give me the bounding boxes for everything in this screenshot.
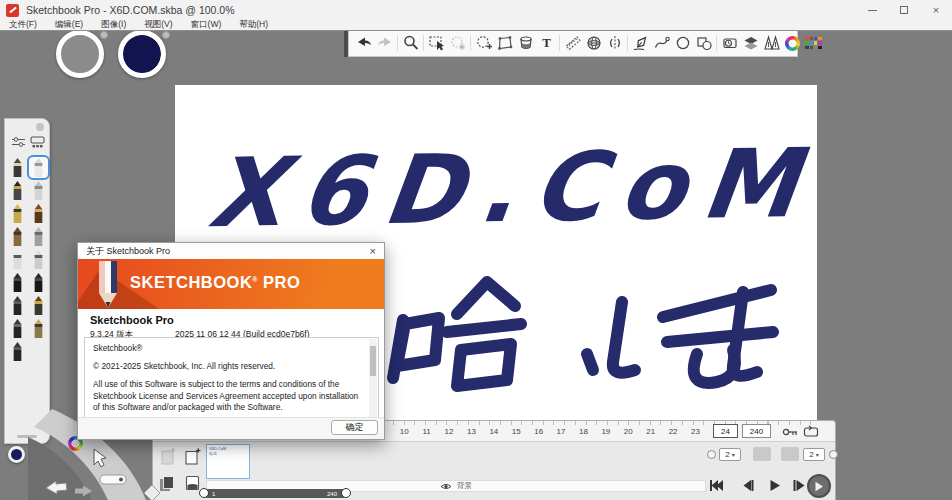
dialog-close-button[interactable]: × [370, 246, 376, 257]
frame-thumbnail[interactable]: X6D.CoM 哈达 [206, 444, 250, 479]
ok-button[interactable]: 确定 [331, 420, 378, 435]
frame-number-15[interactable]: 15 [505, 427, 527, 436]
layers-button[interactable] [740, 31, 761, 55]
color-wheel-button[interactable] [782, 31, 803, 55]
license-scrollbar[interactable] [369, 339, 377, 418]
select-tool-button[interactable] [426, 31, 447, 55]
brush-12[interactable] [8, 295, 27, 316]
transform-button[interactable] [494, 31, 515, 55]
brand-wordmark: SKETCHBOOK® PRO [130, 273, 300, 292]
brush-3[interactable] [29, 180, 48, 201]
brush-puck[interactable] [56, 30, 104, 78]
fill-button[interactable] [515, 31, 536, 55]
brush-0[interactable] [8, 157, 27, 178]
add-selection-button[interactable] [473, 31, 494, 55]
text-tool-button[interactable]: T [536, 31, 557, 55]
license-scroll-thumb[interactable] [370, 346, 376, 376]
frame-number-19[interactable]: 19 [595, 427, 617, 436]
brush-10[interactable] [8, 272, 27, 293]
add-frame-after-icon[interactable] [185, 448, 201, 465]
frame-number-17[interactable]: 17 [550, 427, 572, 436]
range-scrubber[interactable]: 1 240 [199, 489, 351, 499]
frame-number-16[interactable]: 16 [527, 427, 549, 436]
lagoon-slider[interactable] [100, 475, 126, 484]
brush-14[interactable] [8, 318, 27, 339]
symmetry-button[interactable] [604, 31, 625, 55]
brush-5[interactable] [29, 203, 48, 224]
menu-item-0[interactable]: 文件(F) [0, 19, 46, 31]
brush-4[interactable] [8, 203, 27, 224]
ellipse-button[interactable] [672, 31, 693, 55]
frame-number-12[interactable]: 12 [438, 427, 460, 436]
brush-1[interactable] [29, 157, 48, 178]
brush-8[interactable] [8, 249, 27, 270]
maximize-icon [900, 6, 908, 14]
brush-settings-icon[interactable] [11, 136, 26, 148]
step-forward-button[interactable] [793, 479, 806, 492]
frame-number-23[interactable]: 23 [684, 427, 706, 436]
deselect-button[interactable] [447, 31, 468, 55]
color-palette-button[interactable] [803, 31, 824, 55]
canvas-drawing-line1: X6D.CoM [204, 128, 822, 249]
undo-button[interactable] [353, 31, 374, 55]
visibility-eye-icon[interactable] [440, 482, 452, 491]
color-puck[interactable] [118, 30, 166, 78]
frame-number-14[interactable]: 14 [483, 427, 505, 436]
maximize-button[interactable] [888, 0, 920, 20]
timelapse-button[interactable] [719, 31, 740, 55]
minimize-button[interactable] [856, 0, 888, 20]
brush-11[interactable] [29, 272, 48, 293]
skip-to-start-button[interactable] [709, 479, 724, 492]
ruler-button[interactable] [562, 31, 583, 55]
brush-15[interactable] [29, 318, 48, 339]
redo-button[interactable] [374, 31, 395, 55]
range-end-handle[interactable] [341, 488, 351, 498]
color-puck-pin-icon[interactable] [162, 31, 170, 39]
menu-item-4[interactable]: 窗口(W) [182, 19, 231, 31]
total-frames-input[interactable] [742, 424, 771, 438]
steady-stroke-button[interactable] [761, 31, 782, 55]
brush-9[interactable] [29, 249, 48, 270]
brush-7[interactable] [29, 226, 48, 247]
shapes-button[interactable] [693, 31, 714, 55]
frame-number-18[interactable]: 18 [572, 427, 594, 436]
left-loop-count-select[interactable]: 2 ▾ [719, 448, 741, 461]
predictive-stroke-button[interactable] [651, 31, 672, 55]
right-loop-radio[interactable] [829, 450, 838, 459]
palette-close-icon[interactable] [36, 123, 44, 131]
menu-item-1[interactable]: 编辑(E) [46, 19, 92, 31]
menu-item-5[interactable]: 帮助(H) [230, 19, 277, 31]
current-frame-input[interactable] [713, 424, 738, 438]
current-color-swatch[interactable] [8, 446, 25, 463]
play-button[interactable] [769, 479, 781, 492]
range-start-handle[interactable] [199, 488, 209, 498]
frame-number-22[interactable]: 22 [662, 427, 684, 436]
brush-library-icon[interactable] [30, 136, 45, 148]
brush-13[interactable] [29, 295, 48, 316]
frame-number-20[interactable]: 20 [617, 427, 639, 436]
close-button[interactable]: × [920, 0, 952, 20]
perspective-button[interactable] [583, 31, 604, 55]
brush-puck-pin-icon[interactable] [100, 31, 108, 39]
frame-number-11[interactable]: 11 [415, 427, 437, 436]
right-loop-count-select[interactable]: 2 ▾ [803, 448, 825, 461]
step-back-button[interactable] [741, 479, 754, 492]
zoom-tool-button[interactable] [400, 31, 421, 55]
license-text-box[interactable]: Sketchbook® © 2021-2025 Sketchbook, Inc.… [84, 337, 379, 419]
frame-number-13[interactable]: 13 [460, 427, 482, 436]
scrubber-bar[interactable] [203, 489, 347, 498]
loop-icon[interactable] [803, 425, 820, 438]
brush-6[interactable] [8, 226, 27, 247]
keyframe-icon[interactable] [782, 427, 799, 438]
ink-pen-button[interactable] [630, 31, 651, 55]
frame-number-21[interactable]: 21 [639, 427, 661, 436]
left-loop-radio[interactable] [707, 450, 716, 459]
lagoon-diamond-handle[interactable] [144, 485, 160, 500]
menu-item-3[interactable]: 视图(V) [135, 19, 181, 31]
brush-2[interactable] [8, 180, 27, 201]
menu-item-2[interactable]: 图像(I) [92, 19, 135, 31]
frame-number-10[interactable]: 10 [393, 427, 415, 436]
brush-16[interactable] [8, 341, 27, 362]
dialog-title-bar[interactable]: 关于 Sketchbook Pro × [78, 243, 384, 259]
play-all-button[interactable] [807, 474, 831, 498]
